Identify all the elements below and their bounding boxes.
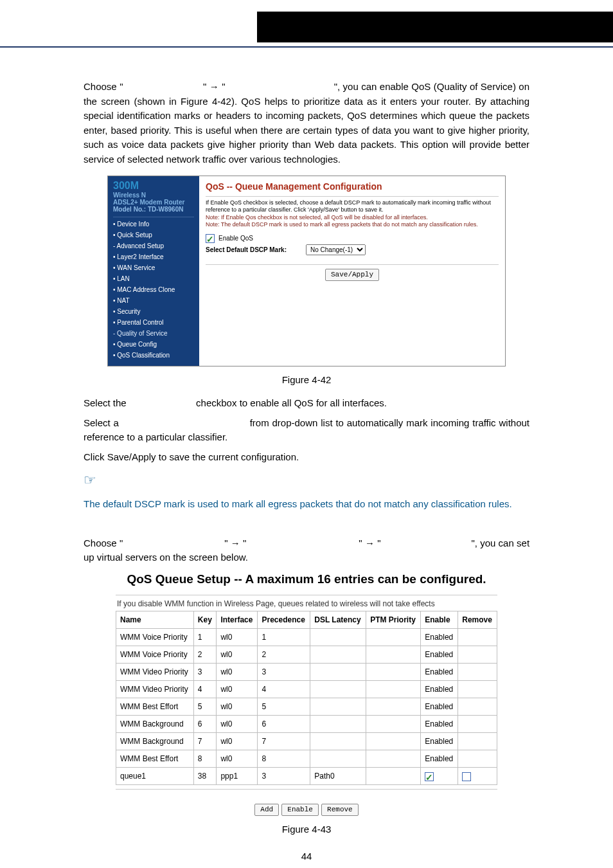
- cell-name: WMM Best Effort: [116, 750, 194, 768]
- text: ": [222, 81, 225, 92]
- sidebar-item-quick-setup[interactable]: • Quick Setup: [113, 230, 194, 240]
- sidebar-item-queue-config[interactable]: • Queue Config: [113, 339, 194, 350]
- enable-qos-checkbox[interactable]: [206, 234, 215, 243]
- cell-dsl-latency: Path0: [310, 768, 366, 785]
- cell-ptm-priority: [366, 768, 421, 785]
- qos-queue-buttons: Add Enable Remove: [116, 801, 497, 816]
- arrow-icon: →: [209, 81, 219, 92]
- text: Choose ": [84, 81, 123, 92]
- cell-remove: [458, 750, 497, 768]
- enable-checkbox[interactable]: [425, 772, 434, 781]
- cell-dsl-latency: [310, 646, 366, 664]
- cell-dsl-latency: [310, 733, 366, 750]
- cell-enable: Enabled: [421, 698, 458, 716]
- figure-4-43-caption: Figure 4-43: [84, 822, 529, 837]
- blank: [384, 538, 468, 548]
- col-dsl-latency: DSL Latency: [310, 611, 366, 629]
- save-apply-button[interactable]: Save/Apply: [325, 269, 379, 281]
- cell-dsl-latency: [310, 664, 366, 681]
- add-button[interactable]: Add: [254, 804, 279, 816]
- cell-interface: wl0: [217, 698, 258, 716]
- note-text: The default DSCP mark is used to mark al…: [84, 497, 529, 512]
- table-row: WMM Video Priority4wl04Enabled: [116, 681, 497, 698]
- sidebar-item-qos-classification[interactable]: • QoS Classification: [113, 350, 194, 361]
- cell-ptm-priority: [366, 698, 421, 716]
- cell-remove: [458, 698, 497, 716]
- cell-remove: [458, 681, 497, 698]
- table-row: WMM Voice Priority1wl01Enabled: [116, 629, 497, 646]
- table-row: WMM Background6wl06Enabled: [116, 716, 497, 733]
- cell-ptm-priority: [366, 646, 421, 664]
- brand-model: Model No.: TD-W8960N: [113, 206, 194, 213]
- remove-button[interactable]: Remove: [321, 804, 359, 816]
- text: Select a: [84, 417, 122, 428]
- sidebar: 300M Wireless N ADSL2+ Modem Router Mode…: [108, 176, 199, 366]
- cell-dsl-latency: [310, 750, 366, 768]
- cell-precedence: 2: [258, 646, 310, 664]
- header-divider: [0, 46, 613, 48]
- brand-line2: ADSL2+ Modem Router: [113, 199, 194, 206]
- config-note-1: Note: If Enable Qos checkbox is not sele…: [206, 214, 499, 221]
- qos-intro-paragraph: Choose " " → " ", you can enable QoS (Qu…: [84, 80, 529, 167]
- cell-name: WMM Voice Priority: [116, 629, 194, 646]
- blank: [228, 81, 331, 92]
- cell-enable: Enabled: [421, 681, 458, 698]
- header-black-bar: [257, 12, 613, 42]
- sidebar-item-device-info[interactable]: • Device Info: [113, 219, 194, 230]
- dscp-mark-label: Select Default DSCP Mark:: [206, 245, 302, 255]
- table-row: queue138ppp13Path0: [116, 768, 497, 785]
- cell-enable: Enabled: [421, 629, 458, 646]
- cell-name: queue1: [116, 768, 194, 785]
- sidebar-item-wan-service[interactable]: • WAN Service: [113, 262, 194, 273]
- col-name: Name: [116, 611, 194, 629]
- sidebar-item-layer2-interface[interactable]: • Layer2 Interface: [113, 251, 194, 262]
- table-header-row: Name Key Interface Precedence DSL Latenc…: [116, 611, 497, 629]
- cell-remove: [458, 716, 497, 733]
- enable-qos-label: Enable QoS: [218, 233, 253, 243]
- main-panel: QoS -- Queue Management Configuration If…: [199, 176, 505, 366]
- config-note-2: Note: The default DSCP mark is used to m…: [206, 221, 499, 228]
- config-note-intro: If Enable QoS checkbox is selected, choo…: [206, 199, 499, 214]
- text: ": [359, 538, 362, 548]
- sidebar-item-nat[interactable]: • NAT: [113, 295, 194, 306]
- cell-name: WMM Best Effort: [116, 698, 194, 716]
- arrow-icon: →: [365, 538, 375, 548]
- blank: [249, 538, 356, 548]
- text: ", you can enable QoS (Quality of Servic…: [84, 81, 529, 165]
- cell-dsl-latency: [310, 716, 366, 733]
- brand-300m: 300M: [113, 180, 194, 192]
- cell-enable: [421, 768, 458, 785]
- cell-key: 3: [193, 664, 217, 681]
- text: Select the: [84, 397, 129, 408]
- cell-key: 8: [193, 750, 217, 768]
- cell-key: 2: [193, 646, 217, 664]
- cell-name: WMM Video Priority: [116, 681, 194, 698]
- col-interface: Interface: [217, 611, 258, 629]
- cell-remove: [458, 768, 497, 785]
- cell-enable: Enabled: [421, 733, 458, 750]
- sidebar-item-lan[interactable]: • LAN: [113, 273, 194, 284]
- sidebar-item-advanced-setup[interactable]: - Advanced Setup: [113, 240, 194, 251]
- text: ": [203, 81, 206, 92]
- enable-button[interactable]: Enable: [281, 804, 319, 816]
- cell-dsl-latency: [310, 681, 366, 698]
- col-key: Key: [193, 611, 217, 629]
- blank: [126, 538, 222, 548]
- cell-key: 5: [193, 698, 217, 716]
- sidebar-item-parental-control[interactable]: • Parental Control: [113, 317, 194, 328]
- page-number: 44: [84, 849, 529, 864]
- sidebar-menu: • Device Info • Quick Setup - Advanced S…: [113, 219, 194, 361]
- sidebar-item-quality-of-service[interactable]: - Quality of Service: [113, 328, 194, 339]
- cell-precedence: 6: [258, 716, 310, 733]
- remove-checkbox[interactable]: [462, 772, 471, 781]
- text: Choose ": [84, 538, 123, 548]
- dscp-mark-select[interactable]: No Change(-1): [306, 244, 366, 255]
- arrow-icon: →: [231, 538, 240, 548]
- sidebar-item-mac-address-clone[interactable]: • MAC Address Clone: [113, 284, 194, 295]
- cell-interface: wl0: [217, 750, 258, 768]
- table-row: WMM Background7wl07Enabled: [116, 733, 497, 750]
- cell-key: 7: [193, 733, 217, 750]
- cell-key: 38: [193, 768, 217, 785]
- sidebar-item-security[interactable]: • Security: [113, 306, 194, 317]
- col-ptm-priority: PTM Priority: [366, 611, 421, 629]
